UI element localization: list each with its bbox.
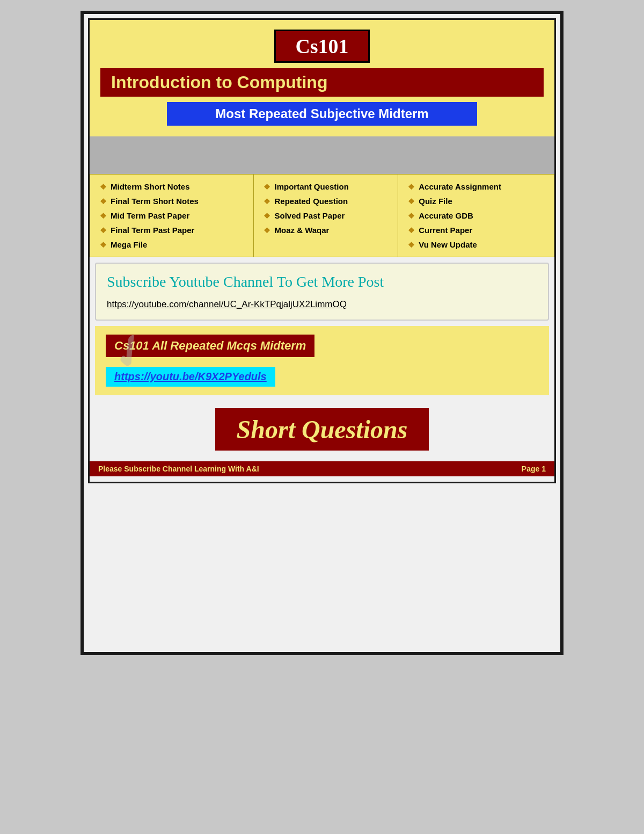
inner-border: Cs101 Introduction to Computing Most Rep… [88, 18, 556, 483]
diamond-icon: ❖ [408, 212, 415, 220]
gray-spacer [90, 136, 554, 174]
features-col2: ❖ Important Question ❖ Repeated Question… [254, 175, 398, 257]
short-questions-badge: Short Questions [215, 408, 429, 451]
page: Cs101 Introduction to Computing Most Rep… [80, 11, 564, 655]
course-code-badge: Cs101 [274, 30, 369, 63]
diamond-icon: ❖ [408, 241, 415, 249]
diamond-icon: ❖ [100, 197, 107, 206]
features-section: ❖ Midterm Short Notes ❖ Final Term Short… [90, 174, 554, 257]
list-item: ❖ Accurate GDB [408, 211, 548, 220]
diamond-icon: ❖ [408, 197, 415, 206]
footer-left: Please Subscribe Channel Learning With A… [98, 465, 259, 473]
diamond-icon: ❖ [100, 212, 107, 220]
list-item: ❖ Midterm Short Notes [100, 182, 248, 191]
subtitle-bar: Most Repeated Subjective Midterm [167, 102, 477, 126]
footer-bar: Please Subscribe Channel Learning With A… [90, 461, 554, 476]
diamond-icon: ❖ [264, 212, 270, 220]
course-title-bar: Introduction to Computing [100, 68, 544, 97]
list-item: ❖ Final Term Short Notes [100, 197, 248, 206]
diamond-icon: ❖ [100, 241, 107, 249]
list-item: ❖ Vu New Update [408, 240, 548, 249]
list-item: ❖ Solved Past Paper [264, 211, 392, 220]
list-item: ❖ Important Question [264, 182, 392, 191]
features-col1: ❖ Midterm Short Notes ❖ Final Term Short… [90, 175, 254, 257]
header-section: Cs101 Introduction to Computing Most Rep… [90, 20, 554, 136]
mcqs-link[interactable]: https://youtu.be/K9X2PYeduls [106, 367, 275, 387]
list-item: ❖ Current Paper [408, 226, 548, 235]
list-item: ❖ Mid Term Past Paper [100, 211, 248, 220]
list-item: ❖ Repeated Question [264, 197, 392, 206]
subscribe-link[interactable]: https://youtube.com/channel/UC_Ar-KkTPqj… [107, 299, 347, 309]
diamond-icon: ❖ [408, 226, 415, 235]
mcqs-section: ✓ Cs101 All Repeated Mcqs Midterm https:… [95, 326, 549, 395]
mcqs-title: Cs101 All Repeated Mcqs Midterm [106, 335, 314, 357]
list-item: ❖ Mega File [100, 240, 248, 249]
subscribe-section: Subscribe Youtube Channel To Get More Po… [95, 263, 549, 321]
diamond-icon: ❖ [264, 183, 270, 191]
list-item: ❖ Accurate Assignment [408, 182, 548, 191]
diamond-icon: ❖ [100, 183, 107, 191]
diamond-icon: ❖ [408, 183, 415, 191]
diamond-icon: ❖ [264, 197, 270, 206]
diamond-icon: ❖ [264, 226, 270, 235]
list-item: ❖ Quiz File [408, 197, 548, 206]
subscribe-title: Subscribe Youtube Channel To Get More Po… [107, 273, 537, 291]
short-questions-section: Short Questions [90, 395, 554, 461]
diamond-icon: ❖ [100, 226, 107, 235]
features-table: ❖ Midterm Short Notes ❖ Final Term Short… [90, 174, 554, 257]
list-item: ❖ Moaz & Waqar [264, 226, 392, 235]
list-item: ❖ Final Term Past Paper [100, 226, 248, 235]
footer-right: Page 1 [522, 465, 546, 473]
features-col3: ❖ Accurate Assignment ❖ Quiz File ❖ Accu… [398, 175, 554, 257]
